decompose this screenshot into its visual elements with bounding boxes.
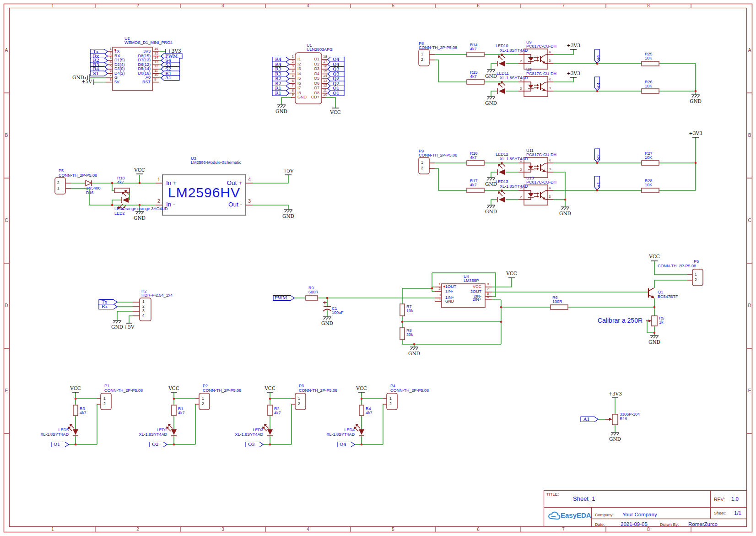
company-value[interactable]: Your Company	[622, 512, 657, 518]
sheet-title[interactable]: Sheet_1	[573, 496, 595, 502]
module-u3-lm2596[interactable]	[135, 174, 292, 215]
rev-label: REV:	[714, 497, 725, 502]
drawn-by-label: Drawn By:	[660, 523, 679, 527]
led-group-p2[interactable]	[150, 392, 210, 447]
easyeda-cloud-icon	[548, 511, 561, 521]
net-flag-s2[interactable]	[595, 149, 600, 162]
rev-value[interactable]: 1.0	[731, 497, 739, 502]
net-flag-s3[interactable]	[595, 77, 600, 91]
resistor-r9[interactable]	[306, 296, 318, 300]
optocoupler-u11[interactable]	[518, 157, 553, 178]
connector-p6[interactable]	[692, 269, 703, 286]
sheet-value[interactable]: 1/1	[734, 511, 741, 516]
ic-u4-lm358[interactable]	[442, 278, 515, 308]
connector-p5[interactable]	[55, 178, 65, 194]
optocoupler-u8[interactable]	[518, 76, 577, 97]
easyeda-logo-text: EasyEDA	[561, 511, 591, 519]
resistor-r16[interactable]	[467, 161, 484, 165]
transistor-q1[interactable]	[648, 261, 658, 298]
led11[interactable]	[487, 81, 505, 99]
connector-p8[interactable]	[419, 49, 429, 66]
led13[interactable]	[487, 189, 505, 208]
schematic-canvas[interactable]	[0, 0, 756, 536]
led-group-p3[interactable]	[246, 392, 306, 447]
resistor-r17[interactable]	[467, 188, 484, 193]
resistor-r27[interactable]	[642, 161, 659, 165]
easyeda-logo[interactable]: EasyEDA	[548, 511, 591, 521]
drawn-by-value[interactable]: RomerZurco	[688, 522, 718, 527]
connector-p9[interactable]	[419, 157, 429, 174]
trimmer-r19[interactable]	[581, 398, 619, 435]
resistor-r6[interactable]	[551, 305, 568, 309]
net-flag-pwm[interactable]	[273, 296, 294, 301]
led12[interactable]	[487, 162, 505, 180]
wires[interactable]	[71, 49, 696, 433]
led-group-p1[interactable]	[51, 392, 111, 447]
optocoupler-u10[interactable]	[518, 185, 553, 205]
net-flag-s1[interactable]	[595, 176, 600, 190]
resistor-r8[interactable]	[400, 328, 405, 340]
date-label: Date:	[595, 523, 605, 527]
schematic-sheet: 1234567812345678ABCDEABCDEU2WEMOS_D1_MIN…	[0, 0, 756, 536]
title-label: TITLE:	[546, 493, 559, 497]
resistor-r7[interactable]	[400, 304, 405, 316]
diode-d16[interactable]	[86, 180, 92, 186]
net-flag-s4[interactable]	[595, 49, 600, 63]
trimmer-r5[interactable]	[646, 316, 659, 338]
resistor-r14[interactable]	[467, 52, 484, 57]
resistor-r28[interactable]	[642, 188, 659, 193]
date-value[interactable]: 2021-09-05	[621, 522, 648, 527]
optocoupler-u9[interactable]	[518, 49, 577, 69]
resistor-r26[interactable]	[642, 89, 659, 93]
led10[interactable]	[487, 54, 505, 72]
resistor-r25[interactable]	[642, 61, 659, 66]
resistor-r15[interactable]	[467, 80, 484, 84]
sheet-label: Sheet:	[714, 511, 726, 515]
led-group-p4[interactable]	[337, 392, 397, 447]
company-label: Company:	[595, 513, 614, 517]
